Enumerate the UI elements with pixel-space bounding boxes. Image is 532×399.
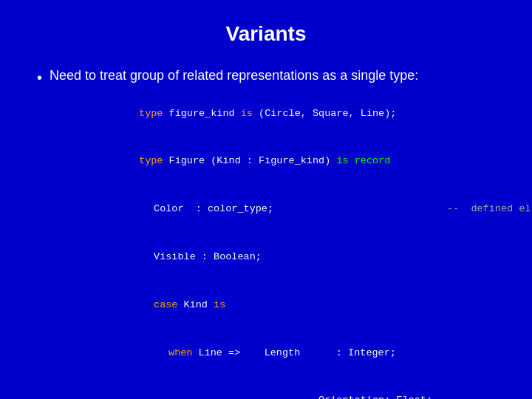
keyword-case: case	[154, 299, 177, 310]
bullet-dot: •	[37, 69, 42, 86]
keyword-when-line: when	[168, 347, 192, 358]
code-line-6: when Line => Length : Integer;	[109, 329, 532, 377]
code-line-4: Visible : Boolean;	[94, 233, 532, 281]
keyword-is-1: is	[241, 108, 253, 119]
bullet-item: • Need to treat group of related represe…	[37, 68, 495, 399]
code-line-2: type Figure (Kind : Figure_kind) is reco…	[79, 137, 532, 185]
code-line-5: case Kind is	[94, 281, 532, 329]
bullet-text: Need to treat group of related represent…	[50, 68, 418, 83]
code-block: type figure_kind is (Circle, Square, Lin…	[79, 89, 532, 399]
slide: Variants • Need to treat group of relate…	[0, 0, 532, 399]
keyword-type-2: type	[139, 155, 163, 166]
slide-title: Variants	[37, 22, 495, 46]
keyword-is-2: is	[214, 299, 225, 310]
keyword-type-1: type	[139, 108, 163, 119]
code-line-1: type figure_kind is (Circle, Square, Lin…	[79, 89, 532, 137]
code-line-3: Color : color_type; -- defined elsewhere	[94, 185, 532, 233]
code-line-7: Orientation: Float;	[79, 377, 532, 399]
keyword-is-record: is record	[336, 155, 390, 166]
